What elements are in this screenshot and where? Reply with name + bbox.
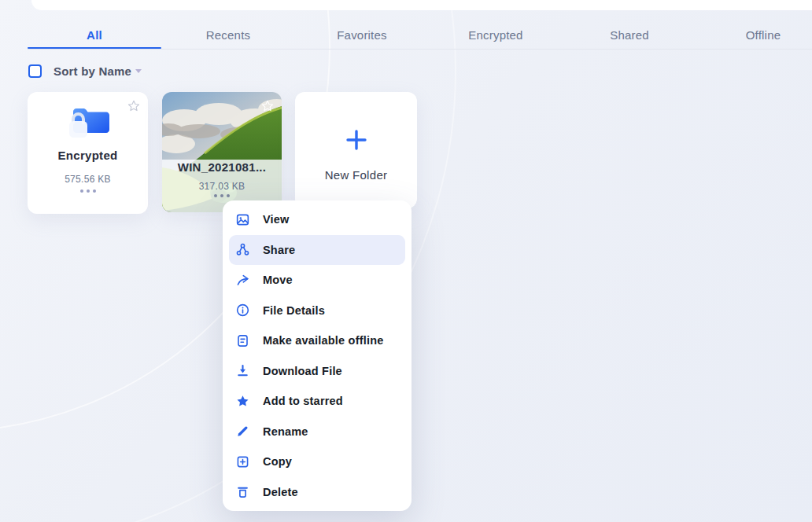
star-icon	[235, 394, 250, 409]
plus-icon	[344, 127, 369, 153]
folder-lock-icon	[67, 105, 111, 140]
select-all-checkbox[interactable]	[28, 64, 42, 78]
file-card-image[interactable]: WIN_2021081... 317.03 KB	[162, 92, 282, 212]
menu-item-copy[interactable]: Copy	[229, 447, 405, 477]
new-folder-card[interactable]: New Folder	[295, 92, 417, 208]
favorite-star-icon[interactable]	[127, 99, 141, 113]
menu-item-rename[interactable]: Rename	[229, 417, 405, 447]
menu-item-add-starred[interactable]: Add to starred	[229, 386, 405, 417]
menu-item-label: Make available offline	[263, 334, 384, 347]
menu-item-view[interactable]: View	[229, 204, 405, 235]
menu-item-download[interactable]: Download File	[229, 356, 405, 387]
file-name: Encrypted	[28, 149, 148, 162]
menu-item-label: Download File	[263, 365, 342, 377]
file-name: WIN_2021081...	[162, 160, 282, 174]
menu-item-label: File Details	[263, 304, 325, 317]
tab-encrypted-label: Encrypted	[468, 28, 522, 42]
info-icon	[235, 303, 250, 318]
trash-icon	[235, 484, 250, 499]
tab-recents-label: Recents	[206, 28, 250, 42]
sort-by-label[interactable]: Sort by Name	[54, 64, 131, 78]
tab-all-label: All	[87, 28, 102, 42]
tab-recents[interactable]: Recents	[161, 22, 295, 49]
new-folder-label: New Folder	[295, 168, 417, 182]
note-icon	[235, 333, 250, 348]
tab-favorites-label: Favorites	[337, 28, 387, 42]
pencil-icon	[235, 424, 250, 439]
copy-plus-icon	[235, 454, 250, 469]
file-manager-screen: All Recents Favorites Encrypted Shared O…	[0, 0, 812, 522]
menu-item-label: Add to starred	[263, 395, 343, 407]
menu-item-label: Move	[263, 274, 293, 286]
tab-all[interactable]: All	[28, 22, 161, 49]
file-card-encrypted[interactable]: Encrypted 575.56 KB	[28, 92, 148, 214]
menu-item-label: Rename	[263, 425, 308, 438]
menu-item-file-details[interactable]: File Details	[229, 296, 405, 326]
tab-shared[interactable]: Shared	[563, 22, 696, 49]
menu-item-label: Copy	[263, 455, 292, 468]
menu-item-label: View	[263, 213, 290, 226]
share-nodes-icon	[235, 242, 250, 257]
menu-item-move[interactable]: Move	[229, 265, 405, 296]
tab-offline[interactable]: Offline	[696, 22, 812, 49]
tab-encrypted[interactable]: Encrypted	[429, 22, 563, 49]
file-context-menu: View Share Move File Details Make availa…	[223, 200, 412, 511]
download-icon	[235, 363, 250, 378]
favorite-star-icon[interactable]	[260, 99, 275, 113]
move-arrow-icon	[235, 273, 250, 288]
menu-item-label: Share	[263, 244, 295, 256]
image-icon	[235, 212, 250, 227]
top-bar-remnant	[31, 0, 812, 10]
tab-favorites[interactable]: Favorites	[295, 22, 429, 49]
tab-offline-label: Offline	[746, 28, 781, 42]
menu-item-share[interactable]: Share	[229, 235, 405, 266]
sort-caret-icon[interactable]	[135, 69, 142, 73]
menu-item-make-offline[interactable]: Make available offline	[229, 325, 405, 356]
tab-shared-label: Shared	[610, 28, 649, 42]
more-options-button[interactable]	[28, 189, 148, 193]
menu-item-delete[interactable]: Delete	[229, 477, 405, 508]
file-size: 575.56 KB	[28, 174, 148, 185]
menu-item-label: Delete	[263, 486, 298, 498]
file-size: 317.03 KB	[162, 181, 282, 192]
category-tabs: All Recents Favorites Encrypted Shared O…	[28, 22, 812, 50]
more-options-button[interactable]	[162, 194, 282, 197]
